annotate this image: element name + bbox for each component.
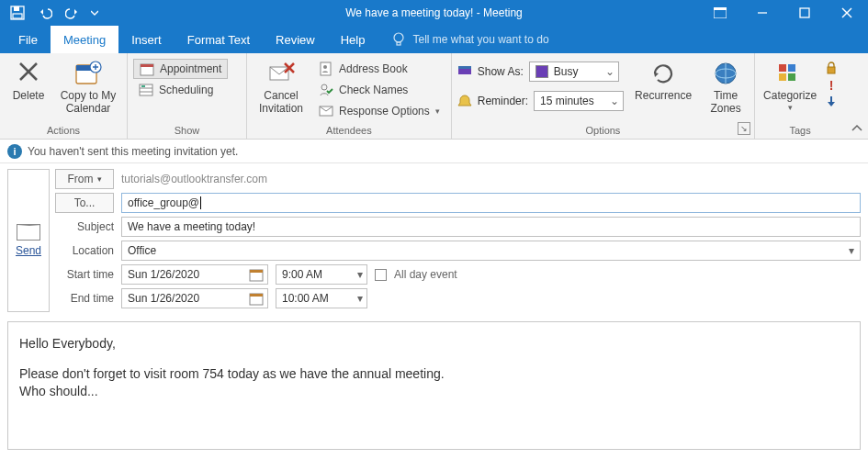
svg-rect-38 [828,67,835,73]
cancel-invitation-button[interactable]: Cancel Invitation [253,57,310,118]
all-day-label: All day event [394,268,457,281]
check-names-icon [319,83,333,97]
calendar-icon[interactable] [249,291,264,306]
group-show: Appointment Scheduling Show [128,53,247,139]
globe-icon [711,59,740,88]
save-icon[interactable] [6,2,29,24]
from-button[interactable]: From ▾ [55,169,114,189]
svg-rect-21 [141,85,145,87]
show-as-icon [457,64,472,79]
send-button[interactable]: Send [7,169,50,312]
tab-insert[interactable]: Insert [118,26,175,53]
chevron-down-icon: ▾ [435,106,440,116]
collapse-ribbon-icon[interactable] [851,124,862,133]
chevron-down-icon: ▾ [788,103,793,112]
busy-swatch-icon [535,65,548,78]
group-show-label: Show [133,123,241,139]
appointment-button[interactable]: Appointment [133,59,228,79]
time-zones-button[interactable]: Time Zones [703,57,749,118]
location-field[interactable]: Office [121,241,842,261]
scheduling-button[interactable]: Scheduling [133,80,228,100]
categorize-button[interactable]: Categorize ▾ [761,57,819,114]
svg-rect-10 [397,42,400,45]
scheduling-label: Scheduling [159,84,213,96]
subject-field[interactable]: We have a meeting today! [121,217,861,237]
qat-customize-icon[interactable] [88,2,101,24]
recurrence-button[interactable]: Recurrence [633,57,693,105]
delete-icon [14,59,43,88]
svg-rect-17 [141,64,153,67]
show-as-select[interactable]: Busy ⌄ [529,62,619,82]
chevron-down-icon: ▾ [357,292,363,305]
ribbon-display-options-icon[interactable] [699,0,741,26]
envelope-icon [17,224,40,241]
message-body[interactable]: Hello Everybody, Please don't forget to … [7,321,861,450]
all-day-checkbox[interactable] [375,269,387,281]
subject-value: We have a meeting today! [128,220,255,233]
to-label: To... [74,196,96,209]
cancel-invitation-icon [266,59,296,88]
response-options-label: Response Options [339,105,430,118]
tab-meeting[interactable]: Meeting [51,26,118,53]
svg-point-26 [323,65,327,69]
low-importance-icon[interactable] [826,95,837,108]
delete-button[interactable]: Delete [6,57,51,105]
end-time-field[interactable]: 10:00 AM ▾ [276,288,367,308]
start-date-field[interactable]: Sun 1/26/2020 [121,264,268,285]
start-time-value: 9:00 AM [282,268,322,281]
location-dropdown-icon[interactable]: ▾ [842,241,861,261]
response-options-icon [319,104,333,118]
send-label: Send [16,244,41,257]
info-icon: i [7,144,22,159]
end-date-value: Sun 1/26/2020 [128,292,199,305]
tab-review[interactable]: Review [263,26,328,53]
tab-file[interactable]: File [6,26,51,53]
minimize-icon[interactable] [741,0,783,26]
tab-help[interactable]: Help [328,26,378,53]
svg-point-27 [321,84,327,90]
tab-format-text[interactable]: Format Text [175,26,263,53]
high-importance-icon[interactable]: ! [829,78,834,93]
options-dialog-launcher-icon[interactable]: ↘ [738,122,750,135]
reminder-select[interactable]: 15 minutes ⌄ [534,91,624,111]
calendar-icon[interactable] [249,267,264,282]
show-as-label: Show As: [478,65,524,78]
address-book-button[interactable]: Address Book [313,59,445,79]
chevron-down-icon: ▾ [97,174,102,184]
quick-access-toolbar [0,2,101,24]
maximize-icon[interactable] [783,0,826,26]
cancel-invitation-label: Cancel Invitation [254,90,308,116]
body-line-3: Who should... [19,383,849,400]
copy-to-calendar-label: Copy to My Calendar [57,90,119,116]
svg-rect-41 [250,270,263,273]
chevron-down-icon: ⌄ [605,65,614,78]
calendar-copy-icon [73,59,103,88]
tell-me[interactable]: Tell me what you want to do [378,26,548,53]
window-controls [699,0,868,26]
to-button[interactable]: To... [55,193,114,213]
categorize-icon [775,59,805,88]
reminder-value: 15 minutes [540,95,594,107]
undo-icon[interactable] [33,2,57,24]
start-time-field[interactable]: 9:00 AM ▾ [276,264,367,285]
start-time-label: Start time [55,268,114,281]
show-as-value: Busy [554,65,579,78]
to-field[interactable]: office_group@ [121,193,861,213]
group-options: Show As: Busy ⌄ Reminder: 15 minutes ⌄ [452,53,755,139]
redo-icon[interactable] [61,2,85,24]
body-line-2: Please don't forget to visit room 754 to… [19,365,849,383]
group-tags: Categorize ▾ ! Tags [755,53,845,139]
lightbulb-icon [392,32,405,47]
scheduling-icon [139,83,153,97]
group-tags-label: Tags [761,123,840,139]
group-options-label: Options [457,123,749,139]
chevron-down-icon: ▾ [357,268,363,281]
private-icon[interactable] [825,61,838,75]
check-names-label: Check Names [339,84,408,96]
response-options-button[interactable]: Response Options ▾ [313,101,445,121]
group-attendees-label: Attendees [253,123,445,139]
close-icon[interactable] [826,0,868,26]
copy-to-calendar-button[interactable]: Copy to My Calendar [55,57,121,118]
check-names-button[interactable]: Check Names [313,80,445,100]
end-date-field[interactable]: Sun 1/26/2020 [121,288,268,308]
